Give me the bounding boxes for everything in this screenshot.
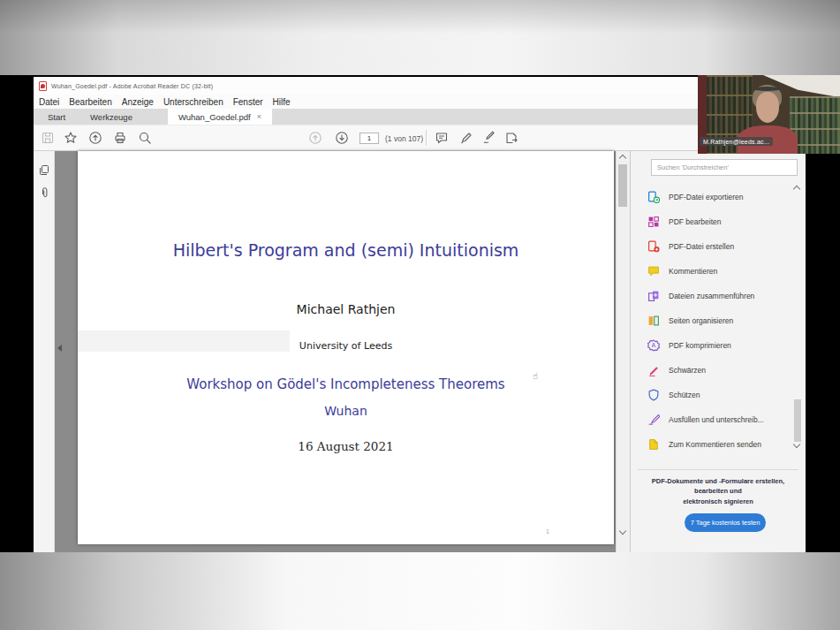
attachments-icon[interactable] [39,186,50,198]
share-upload-icon[interactable] [88,131,102,145]
tool-redact[interactable]: Schwärzen [647,360,787,381]
tools-search-input[interactable] [651,159,798,176]
menubar: Datei Bearbeiten Anzeige Unterschreiben … [34,95,806,109]
window-title: Wuhan_Goedel.pdf - Adobe Acrobat Reader … [51,83,213,89]
tool-edit-pdf[interactable]: PDF bearbeiten [647,211,787,232]
comment-bubble-icon[interactable] [435,131,449,145]
slide-page-number: 1 [546,528,549,535]
navigation-rail [34,151,55,552]
document-scrollbar[interactable] [616,151,630,552]
sidebar-scrollbar-thumb[interactable] [794,399,801,442]
tool-export-pdf[interactable]: PDF-Datei exportieren [647,186,787,208]
titlebar: Wuhan_Goedel.pdf - Adobe Acrobat Reader … [34,77,806,95]
share-document-icon[interactable] [504,131,518,145]
sign-pen-icon[interactable] [482,131,496,145]
compress-pdf-icon: A [647,339,660,352]
create-pdf-icon [647,240,660,253]
menu-unterschreiben[interactable]: Unterschreiben [163,97,223,107]
free-trial-button[interactable]: 7 Tage kostenlos testen [685,513,766,532]
tool-organize-pages[interactable]: Seiten organisieren [647,310,787,331]
acrobat-pdf-icon [39,81,47,91]
menu-bearbeiten[interactable]: Bearbeiten [69,97,111,107]
slide-affiliation: University of Leeds [78,340,614,352]
slide-location: Wuhan [78,404,614,418]
tab-start[interactable]: Start [35,109,78,125]
edit-pdf-icon [647,216,660,228]
tool-create-pdf[interactable]: PDF-Datei erstellen [647,236,787,257]
tool-protect[interactable]: Schützen [647,384,787,406]
tab-werkzeuge[interactable]: Werkzeuge [78,109,145,125]
menu-hilfe[interactable]: Hilfe [273,97,291,107]
tool-comment[interactable]: Kommentieren [647,261,787,282]
svg-text:A: A [652,342,656,348]
comment-icon [647,265,660,277]
presenter-face [756,92,779,123]
fill-sign-icon [647,414,660,426]
redact-icon [647,364,660,376]
headphones-band [753,87,781,91]
promo-line3: elektronisch signieren [636,497,800,506]
slide-author: Michael Rathjen [78,302,614,316]
protect-icon [647,389,660,401]
page-count-label: (1 von 107) [385,134,423,143]
slide-date: 16 August 2021 [78,439,614,453]
page-thumbnails-icon[interactable] [39,164,50,176]
background-top-band [0,0,840,75]
toolbar-divider [426,130,427,146]
send-for-comments-icon [647,438,660,451]
organize-pages-icon [647,315,660,327]
tool-fill-sign[interactable]: Ausfüllen und unterschreib... [647,409,787,430]
sidebar-divider [638,469,798,470]
page-up-icon[interactable] [308,131,322,145]
promo-text: PDF-Dokumente und -Formulare erstellen, … [636,476,800,506]
combine-files-icon [647,290,660,302]
video-frame: Wuhan_Goedel.pdf - Adobe Acrobat Reader … [0,0,840,630]
export-pdf-icon [647,191,660,203]
tab-document[interactable]: Wuhan_Goedel.pdf × [168,109,272,125]
save-icon[interactable] [41,131,55,145]
promo-line1: PDF-Dokumente und -Formulare erstellen, [636,476,800,486]
search-zoom-icon[interactable] [138,131,152,145]
page-number-input[interactable] [359,133,379,144]
document-scrollbar-thumb[interactable] [618,164,627,207]
hand-tool-cursor-icon: ☝ [533,371,538,381]
tab-document-label: Wuhan_Goedel.pdf [178,112,251,122]
menu-datei[interactable]: Datei [39,97,59,107]
promo-line2: bearbeiten und [636,486,800,496]
background-bottom-band [0,552,840,630]
tool-send-for-comments[interactable]: Zum Kommentieren senden [647,434,787,455]
menu-anzeige[interactable]: Anzeige [122,97,154,107]
presenter-name-label: M.Rathjen@leeds.ac... [700,137,773,146]
page-down-icon[interactable] [335,131,349,145]
tabbar: Start Werkzeuge Wuhan_Goedel.pdf × [34,109,806,125]
highlight-pen-icon[interactable] [459,131,473,145]
print-icon[interactable] [113,131,127,145]
tab-close-icon[interactable]: × [257,112,261,121]
menu-fenster[interactable]: Fenster [233,97,263,107]
slide-title: Hilbert's Program and (semi) Intuitionis… [78,240,614,260]
star-icon[interactable] [64,131,78,145]
webcam-overlay: M.Rathjen@leeds.ac... [698,75,840,154]
collapse-left-panel-icon[interactable] [57,345,62,352]
tool-combine-files[interactable]: Dateien zusammenführen [647,285,787,307]
tool-compress-pdf[interactable]: A PDF komprimieren [647,335,787,356]
